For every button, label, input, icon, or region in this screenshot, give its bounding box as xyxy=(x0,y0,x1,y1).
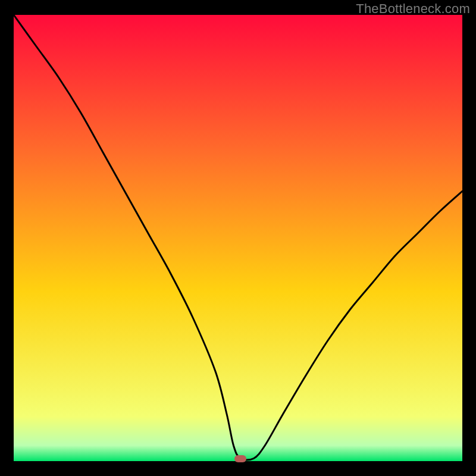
optimum-marker xyxy=(234,455,246,462)
bottleneck-plot-svg xyxy=(14,15,462,461)
watermark-text: TheBottleneck.com xyxy=(356,1,470,17)
chart-frame: TheBottleneck.com xyxy=(0,0,476,476)
gradient-background xyxy=(14,15,462,461)
plot-area xyxy=(14,15,462,461)
